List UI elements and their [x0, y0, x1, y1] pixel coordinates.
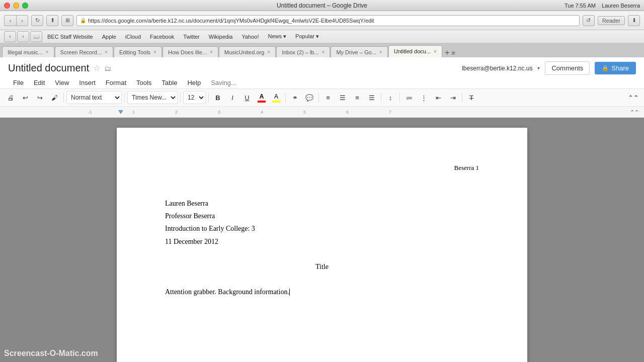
menu-insert[interactable]: Insert [74, 77, 101, 88]
docs-actions: lbeserra@bertie.k12.nc.us ▾ Comments 🔒 S… [462, 61, 636, 75]
font-select[interactable]: Times New... [127, 91, 178, 104]
align-right-button[interactable]: ≡ [351, 91, 364, 104]
user-dropdown-icon[interactable]: ▾ [537, 65, 540, 71]
bookmark-bec[interactable]: BEC Staff Website [43, 33, 97, 41]
bookmark-apple[interactable]: Apple [98, 33, 120, 41]
link-button[interactable]: ⚭ [288, 91, 301, 104]
menu-tools[interactable]: Tools [131, 77, 156, 88]
text-color-button[interactable]: A [255, 91, 268, 104]
refresh-button[interactable]: ↺ [583, 15, 595, 26]
minimize-button[interactable] [13, 3, 19, 9]
user-email[interactable]: lbeserra@bertie.k12.nc.us [462, 65, 532, 72]
collapse-toolbar-button[interactable]: ⌃⌃ [627, 91, 640, 104]
doc-body: Attention grabber. Background informatio… [165, 286, 479, 298]
style-select[interactable]: Normal text [66, 91, 122, 104]
undo-button[interactable]: ↩ [19, 91, 32, 104]
underline-button[interactable]: U [240, 91, 254, 104]
menu-view[interactable]: View [50, 77, 74, 88]
tab-close-icon[interactable]: × [379, 49, 382, 55]
reading-list[interactable]: 📖 [30, 31, 42, 42]
menu-file[interactable]: File [8, 77, 29, 88]
menu-format[interactable]: Format [101, 77, 131, 88]
tabs-button[interactable]: ⊞ [61, 15, 73, 26]
reload-button[interactable]: ↻ [31, 15, 43, 26]
tab-label: Editing Tools [119, 49, 150, 55]
bullet-list-button[interactable]: ≔ [403, 91, 416, 104]
highlight-color-button[interactable]: A [270, 91, 283, 104]
docs-header: Untitled document ☆ 🗂 lbeserra@bertie.k1… [0, 57, 644, 89]
bookmark-yahoo[interactable]: Yahoo! [237, 33, 263, 41]
bookmark-twitter[interactable]: Twitter [179, 33, 203, 41]
folder-icon[interactable]: 🗂 [104, 64, 111, 72]
reader-button[interactable]: Reader [598, 16, 625, 25]
lock-icon: 🔒 [80, 18, 86, 23]
tab-7[interactable]: Untitled docu... × [388, 45, 442, 57]
tab-5[interactable]: Inbox (2) – lb... × [276, 46, 330, 57]
comment-button[interactable]: 💬 [303, 91, 316, 104]
tab-close-icon[interactable]: × [210, 49, 213, 55]
tab-0[interactable]: Illegal music... × [2, 46, 54, 57]
tab-3[interactable]: How Does Ille... × [163, 46, 218, 57]
tab-close-icon[interactable]: × [105, 49, 108, 55]
clear-format-button[interactable]: T̶ [465, 91, 478, 104]
decrease-indent-button[interactable]: ⇤ [432, 91, 445, 104]
address-bar[interactable]: 🔒 https://docs.google.com/a/bertie.k12.n… [76, 15, 580, 26]
align-center-button[interactable]: ☰ [336, 91, 349, 104]
menu-table[interactable]: Table [156, 77, 182, 88]
username: Lauren Beserra [602, 3, 640, 9]
tab-label: Screen Record... [60, 49, 102, 55]
align-left-button[interactable]: ≡ [321, 91, 335, 104]
nav-buttons[interactable]: ‹ › [4, 15, 28, 26]
tab-close-icon[interactable]: × [46, 49, 49, 55]
tab-4[interactable]: MusicUnited.org × [219, 46, 276, 57]
bookmark-wikipedia[interactable]: Wikipedia [205, 33, 237, 41]
close-button[interactable] [4, 3, 10, 9]
share-label: Share [611, 64, 629, 72]
bookmark-facebook[interactable]: Facebook [146, 33, 178, 41]
bookmark-popular[interactable]: Popular ▾ [291, 32, 323, 41]
docs-page[interactable]: Beserra 1 Lauren Beserra Professor Beser… [117, 128, 527, 362]
docs-content[interactable]: Beserra 1 Lauren Beserra Professor Beser… [0, 118, 644, 362]
back-small[interactable]: ‹ [4, 31, 16, 42]
clock: Tue 7:55 AM [565, 3, 596, 9]
document-title[interactable]: Untitled document [8, 62, 89, 74]
star-icon[interactable]: ☆ [93, 63, 100, 73]
tab-1[interactable]: Screen Record... × [55, 46, 113, 57]
tabs-actions[interactable]: + ≡ [445, 48, 455, 57]
tab-scroll-button[interactable]: ≡ [451, 49, 455, 57]
tab-close-icon[interactable]: × [267, 49, 270, 55]
tab-2[interactable]: Editing Tools × [114, 46, 162, 57]
share-button[interactable]: ⬆ [46, 15, 58, 26]
numbered-list-button[interactable]: ⋮ [417, 91, 430, 104]
align-justify-button[interactable]: ☰ [365, 91, 378, 104]
doc-content[interactable]: Lauren Beserra Professor Beserra Introdu… [165, 197, 479, 299]
maximize-button[interactable] [22, 3, 28, 9]
redo-button[interactable]: ↪ [33, 91, 46, 104]
window-controls[interactable] [4, 3, 28, 9]
line-date: 11 December 2012 [165, 235, 479, 248]
bold-button[interactable]: B [211, 91, 224, 104]
new-tab-button[interactable]: + [445, 48, 449, 57]
bookmark-news[interactable]: News ▾ [264, 32, 291, 41]
line-spacing-button[interactable]: ↕ [384, 91, 397, 104]
forward-small[interactable]: › [17, 31, 29, 42]
tab-6[interactable]: My Drive – Go... × [331, 46, 387, 57]
paint-format-button[interactable]: 🖌 [48, 91, 61, 104]
tab-close-icon[interactable]: × [153, 49, 156, 55]
font-size-select[interactable]: 12 [183, 91, 206, 104]
back-button[interactable]: ‹ [4, 15, 16, 26]
tab-close-icon[interactable]: × [434, 49, 437, 54]
tab-label: Inbox (2) – lb... [282, 49, 318, 55]
menu-help[interactable]: Help [182, 77, 206, 88]
bookmark-icloud[interactable]: iCloud [121, 33, 145, 41]
menu-edit[interactable]: Edit [29, 77, 50, 88]
share-button[interactable]: 🔒 Share [595, 62, 636, 74]
increase-indent-button[interactable]: ⇥ [446, 91, 459, 104]
print-button[interactable]: 🖨 [4, 91, 17, 104]
comments-button[interactable]: Comments [545, 61, 590, 75]
download-button[interactable]: ⬇ [628, 15, 640, 26]
forward-button[interactable]: › [16, 15, 28, 26]
tab-close-icon[interactable]: × [322, 49, 325, 55]
italic-button[interactable]: I [226, 91, 239, 104]
line-professor: Professor Beserra [165, 210, 479, 222]
